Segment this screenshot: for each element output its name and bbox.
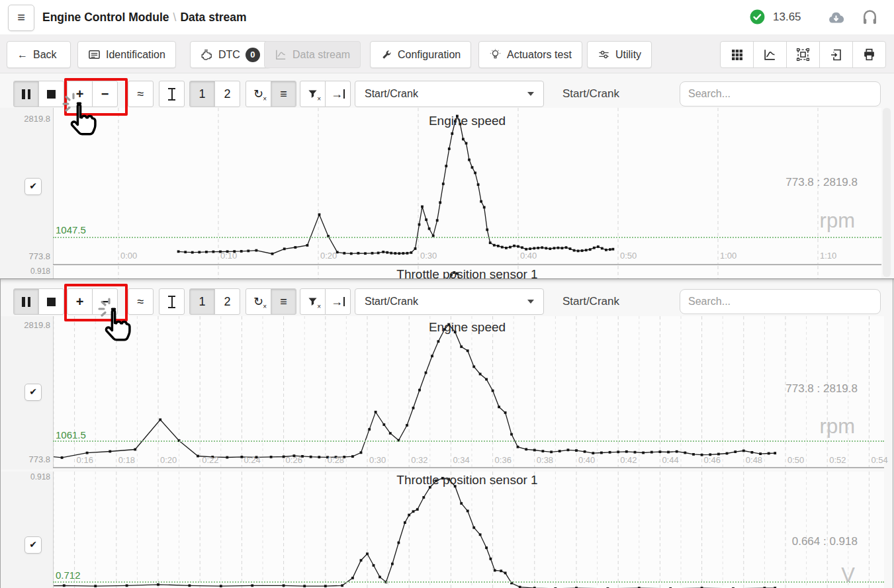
top-bar: ≡ Engine Control Module\Data stream 13.6… — [0, 0, 894, 35]
tab-identification[interactable]: Identification — [77, 41, 176, 68]
unit-label: rpm — [582, 415, 855, 439]
pause-button[interactable] — [13, 81, 39, 107]
chart-title: Engine speed — [53, 114, 881, 128]
search-input[interactable] — [680, 289, 881, 314]
preset-select[interactable]: Start/Crank — [355, 288, 544, 315]
cursor-value-label: 1047.5 — [56, 224, 86, 235]
battery-voltage: 13.65 V — [773, 0, 801, 34]
fit-vertical-button[interactable] — [159, 288, 185, 315]
y-min-label: 773.8 — [0, 454, 50, 464]
filter-x-sub: × — [317, 96, 321, 103]
window-edge — [0, 279, 1, 588]
page-1-button[interactable]: 1 — [189, 81, 215, 107]
stop-button[interactable] — [38, 288, 64, 315]
tab-configuration-label: Configuration — [398, 49, 461, 61]
grid-icon — [731, 48, 744, 62]
hand-cursor-icon — [65, 101, 98, 140]
tab-utility[interactable]: Utility — [587, 41, 652, 68]
stream-toolbar: + − ≈ 1 2 ↻× ≡ × → Start/Crank Start/Cra… — [0, 288, 894, 316]
tab-dtc-label: DTC — [218, 49, 240, 61]
x-tick-label: 1:10 — [820, 251, 836, 261]
range-label: 773.8 : 2819.8 — [582, 382, 858, 396]
x-tick-label: 0:34 — [453, 455, 469, 465]
grid-view-button[interactable] — [720, 41, 754, 68]
smoothing-button[interactable]: ≈ — [128, 81, 154, 107]
chevron-down-icon — [527, 92, 534, 96]
unit-label: V — [582, 564, 855, 587]
reset-icon: ↻ — [253, 294, 263, 309]
cloud-download-icon[interactable] — [827, 10, 845, 25]
vertical-scrollbar[interactable] — [883, 108, 891, 277]
x-tick-label: 0:50 — [620, 251, 637, 261]
x-tick-label: 0:40 — [520, 251, 537, 261]
tab-dtc[interactable]: DTC0 — [190, 41, 271, 68]
y-max-label: 2819.8 — [0, 320, 50, 330]
reset-zoom-button[interactable]: ↻× — [246, 288, 271, 315]
module-title: Engine Control Module — [42, 11, 169, 24]
range-label: 773.8 : 2819.8 — [582, 176, 858, 189]
page-2-button[interactable]: 2 — [214, 288, 240, 315]
print-button[interactable] — [852, 41, 886, 68]
back-button[interactable]: ←Back — [7, 41, 71, 68]
pause-button[interactable] — [13, 288, 39, 315]
page-1-button[interactable]: 1 — [189, 288, 215, 315]
hamburger-menu-button[interactable]: ≡ — [8, 5, 34, 31]
tab-actuators-test-label: Actuators test — [507, 49, 572, 61]
sliders-icon — [598, 48, 610, 61]
arrow-to-bar-icon: → — [331, 87, 345, 101]
go-to-end-button[interactable]: → — [325, 81, 351, 107]
y-max-label: 0.918 — [0, 472, 50, 482]
voltage-value: 13.65 — [773, 11, 801, 23]
export-report-button[interactable] — [819, 41, 853, 68]
fit-vertical-button[interactable] — [159, 81, 185, 107]
y-axis-gutter — [1, 472, 53, 588]
export-file-icon — [830, 48, 843, 62]
group-label: Start/Crank — [562, 81, 619, 107]
hand-cursor-icon — [99, 307, 132, 345]
x-tick-label: 0:28 — [328, 455, 344, 465]
x-tick-label: 0:20 — [160, 455, 177, 465]
search-input[interactable] — [680, 81, 881, 106]
list-view-button[interactable]: ≡ — [271, 288, 296, 315]
check-icon: ✔ — [29, 539, 37, 550]
series-visible-checkbox[interactable]: ✔ — [24, 178, 42, 195]
reset-zoom-button[interactable]: ↻× — [246, 81, 271, 107]
unit-label: rpm — [582, 209, 855, 233]
series-visible-checkbox[interactable]: ✔ — [24, 536, 42, 554]
cursor-value-line — [53, 237, 881, 238]
breadcrumb: Engine Control Module\Data stream — [42, 0, 247, 34]
fit-vertical-icon — [168, 88, 175, 101]
x-tick-label: 0:16 — [77, 455, 93, 465]
x-tick-label: 0:38 — [537, 455, 553, 465]
headphones-icon[interactable] — [862, 7, 878, 26]
tab-actuators-test[interactable]: Actuators test — [478, 41, 582, 68]
reset-icon: ↻ — [253, 87, 263, 101]
x-tick-label: 0:00 — [120, 251, 137, 261]
dtc-count-badge: 0 — [246, 48, 260, 62]
x-tick-label: 0:54 — [871, 455, 887, 465]
identification-icon — [88, 48, 101, 61]
preset-select[interactable]: Start/Crank — [355, 81, 544, 107]
page-2-button[interactable]: 2 — [214, 81, 240, 107]
select-area-button[interactable] — [786, 41, 820, 68]
breadcrumb-separator: \ — [169, 11, 181, 24]
chart-view-button[interactable] — [753, 41, 787, 68]
clear-filter-button[interactable]: × — [300, 288, 326, 315]
window-edge — [893, 279, 893, 588]
list-view-button[interactable]: ≡ — [271, 81, 296, 107]
x-tick-label: 0:30 — [420, 251, 437, 261]
x-tick-label: 0:18 — [118, 455, 135, 465]
go-to-end-button[interactable]: → — [325, 288, 351, 315]
reset-x-sub: × — [263, 304, 267, 310]
series-visible-checkbox[interactable]: ✔ — [24, 384, 42, 401]
y-min-label: 773.8 — [0, 251, 50, 261]
x-tick-label: 0:24 — [244, 455, 260, 465]
chart-title: Throttle position sensor 1 — [53, 473, 881, 487]
tab-configuration[interactable]: Configuration — [370, 41, 471, 68]
data-stream-icon — [275, 48, 287, 61]
view-buttons-group — [720, 41, 886, 68]
clear-filter-button[interactable]: × — [300, 81, 326, 107]
x-axis-line — [53, 467, 884, 468]
check-icon: ✔ — [29, 386, 37, 397]
x-tick-label: 0:48 — [746, 455, 762, 465]
